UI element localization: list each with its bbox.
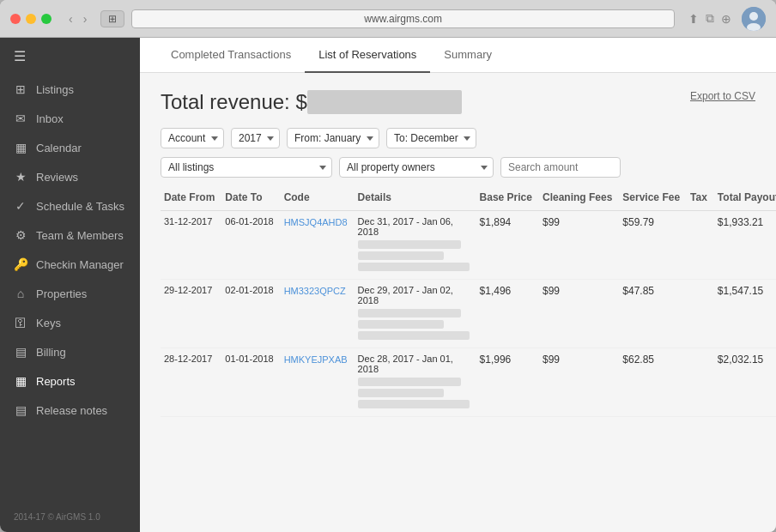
release-icon: ▤ <box>14 403 27 417</box>
team-icon: ⚙ <box>14 228 27 242</box>
to-month-filter[interactable]: To: December <box>386 128 476 148</box>
sidebar-item-label: Calendar <box>36 142 82 154</box>
sidebar-item-keys[interactable]: ⚿ Keys <box>0 308 140 337</box>
address-bar[interactable] <box>131 9 675 28</box>
header-date-from: Date From <box>161 186 221 211</box>
sidebar: ☰ ⊞ Listings ✉ Inbox ▦ Calendar ★ Review… <box>0 38 140 532</box>
svg-point-1 <box>749 12 758 21</box>
reviews-icon: ★ <box>14 170 27 184</box>
reservation-code-link[interactable]: HMSJQ4AHD8 <box>284 217 348 227</box>
cell-date-to: 06-01-2018 <box>221 211 280 280</box>
cell-service-fee: $62.85 <box>619 348 687 417</box>
cell-tax <box>687 211 714 280</box>
cell-code[interactable]: HMKYEJPXAB <box>281 348 355 417</box>
cell-tax <box>687 348 714 417</box>
cell-total-payout: $1,547.15 <box>714 280 776 348</box>
avatar[interactable] <box>742 7 766 31</box>
header-tax: Tax <box>687 186 714 211</box>
header-total-payout: Total Payout <box>714 186 776 211</box>
tab-summary[interactable]: Summary <box>430 38 506 73</box>
sidebar-item-reports[interactable]: ▦ Reports <box>0 366 140 396</box>
tab-view-button[interactable]: ⊞ <box>100 10 124 27</box>
sidebar-item-billing[interactable]: ▤ Billing <box>0 337 140 366</box>
cell-details: Dec 31, 2017 - Jan 06, 2018 <box>355 211 476 280</box>
sidebar-item-release[interactable]: ▤ Release notes <box>0 396 140 425</box>
cell-date-to: 01-01-2018 <box>221 348 280 417</box>
owners-filter[interactable]: All property owners <box>339 157 494 178</box>
listings-filter[interactable]: All listings <box>161 157 332 178</box>
reservation-code-link[interactable]: HMKYEJPXAB <box>284 354 348 365</box>
from-month-filter[interactable]: From: January <box>287 128 379 148</box>
duplicate-button[interactable]: ⧉ <box>706 11 714 26</box>
sidebar-item-team[interactable]: ⚙ Team & Members <box>0 221 140 250</box>
total-revenue: Total revenue: $ <box>161 90 462 114</box>
cell-details: Dec 28, 2017 - Jan 01, 2018 <box>355 348 476 417</box>
total-revenue-label: Total revenue: $ <box>161 90 307 113</box>
forward-button[interactable]: › <box>80 10 91 27</box>
filters-row-1: Account 2017 From: January To: December <box>161 128 755 148</box>
content-header: Total revenue: $ Export to CSV <box>161 90 755 114</box>
cell-date-to: 02-01-2018 <box>221 280 280 348</box>
sidebar-item-label: Reports <box>36 375 76 388</box>
keys-icon: ⚿ <box>14 316 27 329</box>
year-filter[interactable]: 2017 <box>231 128 280 148</box>
cell-total-payout: $2,032.15 <box>714 348 776 417</box>
sidebar-item-label: Keys <box>36 317 61 329</box>
cell-tax <box>687 280 714 348</box>
properties-icon: ⌂ <box>14 287 27 300</box>
tab-completed-transactions[interactable]: Completed Transactions <box>157 38 305 73</box>
cell-date-from: 31-12-2017 <box>161 211 221 280</box>
header-code: Code <box>281 186 355 211</box>
back-button[interactable]: ‹ <box>65 10 76 27</box>
checkin-icon: 🔑 <box>14 257 27 271</box>
sidebar-footer: 2014-17 © AirGMS 1.0 <box>0 502 140 532</box>
sidebar-item-label: Team & Members <box>36 229 124 242</box>
sidebar-item-calendar[interactable]: ▦ Calendar <box>0 133 140 162</box>
sidebar-item-checkin[interactable]: 🔑 Checkin Manager <box>0 250 140 279</box>
cell-details: Dec 29, 2017 - Jan 02, 2018 <box>355 280 476 348</box>
table-row: 31-12-2017 06-01-2018 HMSJQ4AHD8 Dec 31,… <box>161 211 776 280</box>
browser-actions: ⬆ ⧉ ⊕ <box>688 11 731 26</box>
calendar-icon: ▦ <box>14 141 27 154</box>
minimize-button[interactable] <box>26 14 36 24</box>
maximize-button[interactable] <box>41 14 52 24</box>
search-amount-input[interactable] <box>500 157 621 178</box>
billing-icon: ▤ <box>14 345 27 359</box>
new-tab-button[interactable]: ⊕ <box>721 11 731 26</box>
export-csv-button[interactable]: Export to CSV <box>690 90 755 102</box>
main-content: Completed Transactions List of Reservati… <box>140 38 776 532</box>
sidebar-item-reviews[interactable]: ★ Reviews <box>0 162 140 191</box>
transactions-table: Date From Date To Code Details Base Pric… <box>161 186 776 417</box>
cell-base-price: $1,894 <box>476 211 539 280</box>
nav-buttons: ‹ › <box>65 10 90 27</box>
cell-code[interactable]: HMSJQ4AHD8 <box>281 211 355 280</box>
sidebar-item-schedule[interactable]: ✓ Schedule & Tasks <box>0 191 140 221</box>
sidebar-item-label: Reviews <box>36 171 78 184</box>
cell-date-from: 29-12-2017 <box>161 280 221 348</box>
account-filter[interactable]: Account <box>161 128 224 148</box>
cell-cleaning-fees: $99 <box>539 348 619 417</box>
share-button[interactable]: ⬆ <box>688 11 699 26</box>
browser-window: ‹ › ⊞ ⬆ ⧉ ⊕ ☰ ⊞ Listings ✉ <box>0 0 776 532</box>
cell-cleaning-fees: $99 <box>539 211 619 280</box>
reports-icon: ▦ <box>14 374 27 388</box>
close-button[interactable] <box>10 14 21 24</box>
schedule-icon: ✓ <box>14 199 27 213</box>
cell-total-payout: $1,933.21 <box>714 211 776 280</box>
sidebar-item-label: Inbox <box>36 112 64 125</box>
tabs-bar: Completed Transactions List of Reservati… <box>140 38 776 73</box>
sidebar-item-label: Listings <box>36 83 74 96</box>
table-row: 29-12-2017 02-01-2018 HM3323QPCZ Dec 29,… <box>161 280 776 348</box>
cell-service-fee: $47.85 <box>619 280 687 348</box>
header-base-price: Base Price <box>476 186 539 211</box>
reservation-code-link[interactable]: HM3323QPCZ <box>284 286 346 296</box>
sidebar-item-listings[interactable]: ⊞ Listings <box>0 75 140 104</box>
sidebar-item-inbox[interactable]: ✉ Inbox <box>0 104 140 133</box>
menu-icon[interactable]: ☰ <box>0 38 140 75</box>
title-bar: ‹ › ⊞ ⬆ ⧉ ⊕ <box>0 0 776 38</box>
traffic-lights <box>10 14 52 24</box>
cell-code[interactable]: HM3323QPCZ <box>281 280 355 348</box>
tab-list-of-reservations[interactable]: List of Reservations <box>305 38 430 73</box>
header-cleaning-fees: Cleaning Fees <box>539 186 619 211</box>
sidebar-item-properties[interactable]: ⌂ Properties <box>0 279 140 308</box>
